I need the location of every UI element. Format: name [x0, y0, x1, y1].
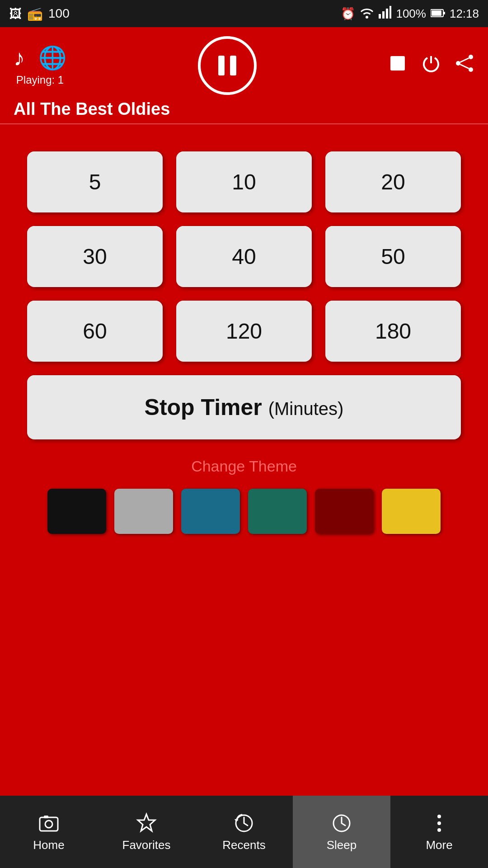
alarm-icon: ⏰	[341, 7, 355, 21]
power-icon[interactable]	[421, 53, 441, 78]
share-icon[interactable]	[455, 53, 474, 78]
status-left: 🖼 📻 100	[9, 6, 70, 21]
svg-rect-9	[390, 56, 405, 71]
time-display: 12:18	[450, 7, 479, 21]
nav-sleep[interactable]: Sleep	[293, 796, 390, 868]
svg-line-13	[460, 58, 469, 62]
nav-home-label: Home	[33, 838, 64, 852]
nav-favorites[interactable]: Favorites	[98, 796, 195, 868]
svg-rect-3	[389, 6, 391, 19]
nav-sleep-label: Sleep	[327, 838, 357, 852]
app-icon: 📻	[27, 6, 43, 21]
timer-grid: 5 10 20 30 40 50 60 120 180	[27, 151, 461, 362]
count: 100	[48, 6, 70, 21]
right-controls	[388, 53, 474, 78]
nav-favorites-label: Favorites	[122, 838, 171, 852]
timer-50-button[interactable]: 50	[325, 226, 461, 287]
svg-rect-15	[40, 817, 58, 831]
main-content: 5 10 20 30 40 50 60 120 180 Stop Timer (…	[0, 124, 488, 547]
station-title: All The Best Oldies	[14, 99, 474, 119]
change-theme-label: Change Theme	[191, 458, 297, 475]
home-icon	[38, 812, 60, 835]
svg-point-10	[469, 55, 473, 59]
svg-rect-0	[379, 14, 381, 19]
nav-home[interactable]: Home	[0, 796, 98, 868]
svg-rect-5	[432, 10, 441, 16]
header-controls: ♪ 🌐 Playing: 1	[14, 36, 474, 95]
bottom-nav: Home Favorites Recents Sleep More	[0, 796, 488, 868]
svg-point-21	[437, 815, 441, 818]
globe-icon[interactable]: 🌐	[38, 45, 66, 71]
svg-rect-8	[230, 56, 236, 75]
timer-180-button[interactable]: 180	[325, 301, 461, 362]
svg-point-23	[437, 828, 441, 832]
timer-20-button[interactable]: 20	[325, 151, 461, 212]
left-controls: ♪ 🌐 Playing: 1	[14, 45, 66, 86]
timer-30-button[interactable]: 30	[27, 226, 163, 287]
svg-point-22	[437, 821, 441, 825]
svg-rect-1	[382, 11, 385, 19]
svg-point-11	[456, 61, 460, 66]
timer-60-button[interactable]: 60	[27, 301, 163, 362]
photo-icon: 🖼	[9, 6, 22, 21]
nav-more[interactable]: More	[390, 796, 488, 868]
battery-percent: 100%	[396, 7, 426, 21]
music-icon[interactable]: ♪	[14, 45, 25, 71]
sleep-icon	[330, 812, 353, 835]
timer-10-button[interactable]: 10	[176, 151, 312, 212]
svg-rect-17	[44, 816, 48, 818]
header: ♪ 🌐 Playing: 1	[0, 27, 488, 123]
theme-yellow[interactable]	[382, 489, 441, 534]
theme-teal[interactable]	[248, 489, 307, 534]
signal-bars	[379, 6, 391, 22]
svg-point-16	[45, 821, 52, 828]
svg-rect-7	[218, 56, 225, 75]
status-right: ⏰ 100% 12:18	[341, 6, 479, 22]
svg-point-12	[469, 67, 473, 72]
svg-rect-6	[444, 12, 445, 14]
star-icon	[135, 812, 158, 835]
more-icon	[428, 812, 450, 835]
pause-button[interactable]	[198, 36, 257, 95]
recents-icon	[233, 812, 255, 835]
battery-icon	[431, 7, 445, 21]
theme-swatches	[47, 489, 441, 534]
theme-black[interactable]	[47, 489, 106, 534]
nav-recents-label: Recents	[222, 838, 265, 852]
svg-rect-2	[386, 9, 388, 19]
theme-gray[interactable]	[114, 489, 173, 534]
nav-recents[interactable]: Recents	[195, 796, 293, 868]
wifi-icon	[360, 6, 374, 22]
timer-40-button[interactable]: 40	[176, 226, 312, 287]
svg-marker-18	[138, 814, 155, 831]
stop-timer-button[interactable]: Stop Timer (Minutes)	[27, 375, 461, 439]
status-bar: 🖼 📻 100 ⏰ 100% 12:18	[0, 0, 488, 27]
theme-dark-red[interactable]	[315, 489, 374, 534]
theme-blue[interactable]	[181, 489, 240, 534]
stop-icon[interactable]	[388, 53, 408, 78]
svg-line-14	[460, 65, 469, 69]
timer-120-button[interactable]: 120	[176, 301, 312, 362]
nav-more-label: More	[426, 838, 452, 852]
timer-5-button[interactable]: 5	[27, 151, 163, 212]
playing-label: Playing: 1	[16, 74, 64, 86]
